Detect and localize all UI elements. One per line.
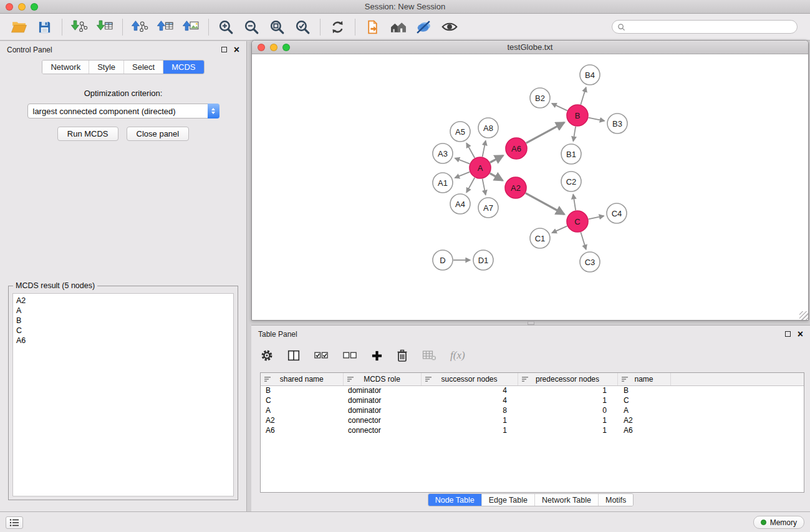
graph-node-A2[interactable]: A2 (505, 177, 526, 198)
graph-edge-A-A3[interactable] (455, 158, 470, 164)
graph-edge-C-C3[interactable] (581, 232, 586, 249)
graph-node-A[interactable]: A (470, 157, 491, 178)
tab-motifs[interactable]: Motifs (599, 494, 633, 506)
search-input[interactable] (629, 22, 792, 32)
graph-node-C4[interactable]: C4 (607, 203, 627, 223)
close-network-window-icon[interactable] (258, 44, 265, 51)
graph-node-B4[interactable]: B4 (580, 65, 600, 85)
float-panel-icon[interactable] (221, 47, 227, 52)
hide-details-button[interactable] (411, 16, 436, 37)
criterion-dropdown[interactable]: largest connected component (directed) (27, 104, 219, 118)
float-table-panel-icon[interactable] (785, 331, 791, 337)
graph-edge-A-A5[interactable] (466, 143, 475, 158)
zoom-selected-button[interactable] (290, 16, 316, 37)
table-row[interactable]: A6connector11A6 (261, 425, 804, 435)
zoom-network-window-icon[interactable] (282, 44, 290, 51)
mcds-result-item[interactable]: C (16, 326, 230, 336)
graph-edge-A-A4[interactable] (466, 178, 475, 193)
minimize-network-window-icon[interactable] (270, 44, 277, 51)
graph-node-C2[interactable]: C2 (561, 172, 581, 191)
node-table[interactable]: shared name MCDS role successor nodes pr… (260, 372, 804, 493)
mcds-result-item[interactable]: A (16, 306, 230, 316)
delete-column-button[interactable] (396, 349, 408, 362)
mcds-result-item[interactable]: B (16, 316, 230, 326)
zoom-fit-button[interactable] (264, 16, 290, 37)
table-row[interactable]: A2connector11A2 (261, 415, 804, 425)
network-overview-button[interactable] (385, 16, 411, 37)
graph-edge-A6-B[interactable] (526, 122, 564, 143)
graph-node-A3[interactable]: A3 (433, 143, 453, 163)
mcds-result-item[interactable]: A6 (16, 336, 230, 346)
graph-edge-C-C1[interactable] (552, 226, 567, 233)
graph-edge-C-C4[interactable] (589, 216, 604, 219)
memory-button[interactable]: Memory (753, 516, 804, 529)
graph-node-A1[interactable]: A1 (433, 173, 453, 193)
apply-layout-button[interactable] (325, 16, 350, 37)
task-history-button[interactable] (6, 516, 23, 529)
tab-mcds[interactable]: MCDS (163, 60, 203, 74)
tab-network-table[interactable]: Network Table (535, 494, 599, 506)
table-settings-button[interactable] (260, 349, 274, 362)
zoom-window-icon[interactable] (31, 3, 38, 11)
close-panel-button[interactable]: Close panel (127, 127, 190, 141)
deselect-all-button[interactable] (342, 349, 358, 362)
table-row[interactable]: Adominator80A (261, 405, 804, 415)
graph-node-C[interactable]: C (567, 211, 588, 232)
minimize-window-icon[interactable] (18, 3, 26, 11)
tab-select[interactable]: Select (124, 60, 163, 74)
show-columns-button[interactable] (287, 349, 301, 362)
mcds-result-list[interactable]: A2ABCA6 (12, 293, 234, 496)
network-canvas[interactable]: B4B2BB3A8A5A6A3B1AC2A1A2A4A7C4CC1DD1C3 (252, 54, 808, 320)
graph-edge-C-C2[interactable] (573, 195, 576, 211)
column-header-predecessor-nodes[interactable]: predecessor nodes (518, 373, 617, 385)
graph-node-D[interactable]: D (433, 250, 453, 270)
graph-node-A8[interactable]: A8 (478, 118, 498, 138)
graph-edge-A-A2[interactable] (490, 173, 503, 181)
select-all-button[interactable] (314, 349, 329, 362)
graph-edge-B-B2[interactable] (552, 104, 567, 111)
show-hide-button[interactable] (436, 16, 462, 37)
graph-edge-A-A1[interactable] (455, 172, 470, 178)
graph-edge-A-A6[interactable] (490, 155, 503, 162)
save-session-button[interactable] (32, 16, 57, 37)
graph-edge-B-B3[interactable] (589, 118, 605, 121)
tab-edge-table[interactable]: Edge Table (482, 494, 535, 506)
column-header-successor-nodes[interactable]: successor nodes (421, 373, 518, 385)
tab-style[interactable]: Style (89, 60, 124, 74)
tab-node-table[interactable]: Node Table (428, 494, 482, 506)
open-file-button[interactable] (360, 16, 385, 37)
close-window-icon[interactable] (6, 3, 13, 11)
column-header-shared-name[interactable]: shared name (261, 373, 343, 385)
export-network-button[interactable] (127, 16, 153, 37)
graph-node-A4[interactable]: A4 (450, 194, 470, 214)
search-box[interactable] (612, 20, 798, 34)
open-session-button[interactable] (6, 16, 32, 37)
graph-node-B[interactable]: B (567, 105, 588, 126)
graph-edge-A-A7[interactable] (483, 179, 486, 195)
graph-edge-A2-C[interactable] (526, 193, 564, 215)
run-mcds-button[interactable]: Run MCDS (57, 127, 118, 141)
graph-node-B1[interactable]: B1 (561, 144, 581, 164)
close-table-panel-icon[interactable]: × (798, 329, 803, 339)
graph-node-A7[interactable]: A7 (478, 198, 498, 218)
graph-node-A6[interactable]: A6 (506, 138, 527, 159)
table-row[interactable]: Bdominator41B (261, 385, 804, 395)
graph-node-C1[interactable]: C1 (530, 228, 550, 248)
import-network-button[interactable] (67, 16, 92, 37)
function-builder-button[interactable]: f(x) (450, 349, 465, 362)
graph-edge-A-A8[interactable] (483, 141, 486, 157)
tab-network[interactable]: Network (42, 60, 89, 74)
column-header-name[interactable]: name (617, 373, 670, 385)
export-image-button[interactable] (178, 16, 204, 37)
graph-edge-B-B1[interactable] (573, 127, 576, 142)
graph-node-B2[interactable]: B2 (530, 88, 550, 108)
graph-edge-B-B4[interactable] (581, 87, 586, 105)
graph-node-C3[interactable]: C3 (580, 252, 600, 272)
export-table-button[interactable] (153, 16, 178, 37)
import-table-disabled-button[interactable] (422, 349, 437, 362)
zoom-in-button[interactable] (213, 16, 239, 37)
close-panel-icon[interactable]: × (234, 45, 239, 55)
zoom-out-button[interactable] (239, 16, 264, 37)
mcds-result-item[interactable]: A2 (16, 296, 230, 306)
resize-grip[interactable] (799, 311, 808, 320)
